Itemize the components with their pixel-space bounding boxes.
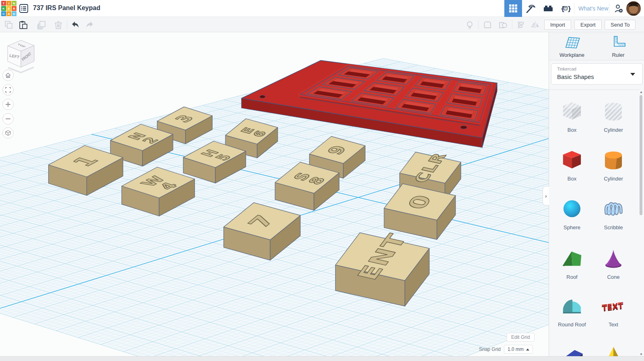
cylinder-icon — [601, 147, 626, 172]
copy-icon[interactable] — [4, 20, 14, 30]
logo-letter: D — [12, 11, 17, 16]
fit-view-icon — [5, 87, 11, 93]
mirror-icon[interactable] — [530, 20, 540, 30]
shape-item-cylinder[interactable]: Cylinder — [592, 99, 634, 133]
export-button[interactable]: Export — [574, 20, 602, 30]
zoom-out-button[interactable] — [2, 113, 14, 124]
shape-item-sphere[interactable]: Sphere — [551, 196, 593, 230]
tinkercad-logo[interactable]: TINKERCAD — [1, 1, 17, 16]
ungroup-icon[interactable] — [498, 20, 508, 30]
toolbar-separator — [478, 20, 479, 29]
shape-label: Scribble — [592, 224, 634, 230]
logo-letter: C — [1, 11, 6, 16]
workplane-tool-label: Workplane — [554, 52, 590, 58]
logo-letter: K — [1, 6, 6, 11]
redo-icon[interactable] — [85, 20, 95, 30]
shape-label: Text — [592, 322, 634, 328]
bottom-edge-strip — [0, 356, 644, 361]
caret-down-icon — [630, 73, 635, 76]
scene-svg[interactable]: 3E6N29H51CLRS8W407ENT — [0, 32, 549, 361]
panel-collapse-handle[interactable]: › — [543, 186, 549, 205]
app-header: TINKERCAD 737 IRS Panel Keypad { } What'… — [0, 0, 644, 17]
lightbulb-icon[interactable] — [465, 20, 475, 30]
perspective-toggle-button[interactable] — [2, 127, 14, 139]
shape-item-box[interactable]: Box — [551, 99, 593, 133]
wedge-icon — [559, 342, 584, 356]
plate-screw-hole — [260, 95, 265, 98]
shape-item-cylinder[interactable]: Cylinder — [592, 147, 634, 182]
header-separator — [574, 3, 574, 14]
round-roof-icon — [559, 293, 584, 318]
logo-letter: I — [6, 1, 11, 6]
edit-toolbar: Import Export Send To — [0, 17, 644, 32]
scrollbar-thumb[interactable] — [640, 95, 642, 215]
panel-tools-row: Workplane Ruler — [549, 32, 644, 60]
home-view-button[interactable] — [2, 70, 14, 81]
ruler-tool-label: Ruler — [600, 52, 636, 58]
shape-label: Round Roof — [551, 322, 593, 328]
panel-scrollbar[interactable]: ▲ ▼ — [639, 90, 643, 356]
logo-letter: A — [6, 11, 11, 16]
svg-text:}: } — [568, 4, 571, 12]
snap-grid-select[interactable]: 1.0 mm — [504, 345, 533, 354]
shapes-panel: › Workplane Ruler Tinkercad Basic Shapes… — [549, 32, 644, 356]
shape-label: Box — [551, 127, 593, 133]
shape-label: Roof — [551, 274, 593, 280]
box-icon — [559, 147, 584, 172]
shape-gallery: BoxCylinderBoxCylinderSphereScribbleRoof… — [549, 89, 640, 356]
delete-icon[interactable] — [54, 20, 63, 30]
3d-editor-canvas[interactable]: 3E6N29H51CLRS8W407ENT TOP LEFT FRONT Edi… — [0, 32, 549, 361]
scroll-up-icon[interactable]: ▲ — [639, 90, 643, 94]
edit-grid-button[interactable]: Edit Grid — [507, 333, 535, 342]
page-title: 737 IRS Panel Keypad — [33, 4, 100, 12]
codeblocks-icon[interactable]: { } — [560, 4, 571, 13]
text-icon: TEXTTEXT — [601, 293, 626, 318]
shape-label: Cylinder — [592, 176, 634, 182]
shape-item-scribble[interactable]: Scribble — [592, 196, 634, 230]
duplicate-icon[interactable] — [37, 20, 46, 30]
import-button[interactable]: Import — [544, 20, 571, 30]
whats-new-link[interactable]: What's New — [578, 5, 608, 12]
invite-person-icon[interactable] — [613, 4, 624, 13]
scroll-down-icon[interactable]: ▼ — [639, 353, 643, 356]
shape-label: Cone — [592, 274, 634, 280]
logo-letter: R — [12, 6, 17, 11]
undo-icon[interactable] — [70, 20, 80, 30]
minecraft-pickaxe-icon[interactable] — [525, 4, 536, 13]
shape-item-round-roof[interactable]: Round Roof — [551, 293, 593, 328]
workplane-tool[interactable]: Workplane — [554, 35, 590, 58]
user-avatar[interactable] — [626, 1, 641, 16]
ruler-tool[interactable]: Ruler — [600, 35, 636, 58]
cone-icon — [601, 246, 626, 271]
caret-up-icon — [526, 349, 529, 351]
box-hole-icon — [559, 99, 584, 124]
send-to-button[interactable]: Send To — [605, 20, 636, 30]
lego-brick-icon[interactable] — [543, 4, 553, 13]
shape-label: Box — [551, 176, 593, 182]
toolbar-separator — [67, 20, 67, 29]
home-icon — [5, 72, 11, 79]
shape-item-box[interactable]: Box — [551, 147, 593, 182]
sphere-icon — [559, 196, 584, 221]
shape-item-text[interactable]: TEXTTEXTText — [592, 293, 634, 328]
shape-item-cone[interactable]: Cone — [592, 246, 634, 280]
shape-item-roof[interactable]: Roof — [551, 246, 593, 280]
align-icon[interactable] — [516, 20, 526, 30]
tab-3d-designs[interactable] — [504, 0, 522, 17]
paste-icon[interactable] — [19, 20, 28, 30]
pyramid-icon — [601, 342, 626, 356]
roof-icon — [559, 246, 584, 271]
ruler-icon — [609, 35, 627, 49]
shape-library-select[interactable]: Tinkercad Basic Shapes — [551, 63, 643, 85]
design-menu-icon[interactable] — [19, 4, 29, 13]
plate-screw-hole — [460, 126, 467, 129]
shape-item-pyramid[interactable] — [592, 342, 634, 356]
shape-item-wedge[interactable] — [551, 342, 593, 356]
zoom-in-button[interactable] — [2, 99, 14, 110]
toolbar-separator — [512, 20, 512, 29]
fit-view-button[interactable] — [2, 84, 14, 95]
grid-icon — [509, 4, 518, 13]
library-kicker: Tinkercad — [557, 66, 576, 71]
view-cube[interactable]: TOP LEFT FRONT — [5, 38, 37, 74]
group-icon[interactable] — [483, 20, 492, 30]
